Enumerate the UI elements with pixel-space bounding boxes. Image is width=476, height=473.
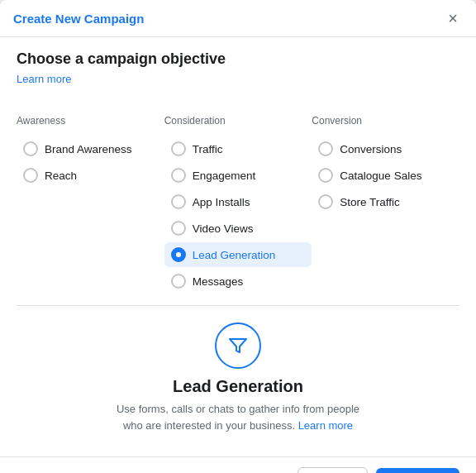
awareness-column: Awareness Brand Awareness Reach: [17, 115, 164, 295]
close-button[interactable]: ×: [443, 8, 463, 28]
label-catalogue-sales: Catalogue Sales: [340, 170, 421, 182]
radio-reach: [23, 168, 38, 183]
modal-footer: Cancel Continue: [0, 456, 476, 473]
awareness-header: Awareness: [17, 115, 164, 127]
learn-more-top-link[interactable]: Learn more: [17, 73, 71, 85]
radio-catalogue-sales: [318, 168, 333, 183]
consideration-column: Consideration Traffic Engagement App Ins…: [164, 115, 312, 295]
option-engagement[interactable]: Engagement: [164, 163, 312, 188]
learn-more-preview-link[interactable]: Learn more: [298, 419, 353, 432]
option-conversions[interactable]: Conversions: [312, 136, 459, 161]
label-reach: Reach: [45, 170, 77, 182]
modal-body: Choose a campaign objective Learn more A…: [0, 37, 476, 456]
funnel-icon: [226, 334, 250, 357]
label-video-views: Video Views: [193, 222, 254, 235]
preview-description: Use forms, calls or chats to gather info…: [106, 401, 370, 433]
radio-store-traffic: [318, 194, 333, 209]
option-app-installs[interactable]: App Installs: [164, 189, 312, 214]
radio-conversions: [318, 141, 333, 156]
modal-header: Create New Campaign ×: [0, 0, 476, 37]
radio-video-views: [171, 221, 186, 236]
label-lead-generation: Lead Generation: [193, 249, 276, 261]
option-lead-generation[interactable]: Lead Generation: [164, 242, 312, 267]
option-video-views[interactable]: Video Views: [164, 216, 312, 241]
cancel-button[interactable]: Cancel: [298, 467, 369, 473]
conversion-header: Conversion: [312, 115, 459, 127]
radio-app-installs: [171, 194, 186, 209]
radio-lead-generation: [171, 247, 186, 262]
radio-messages: [171, 274, 186, 289]
option-messages[interactable]: Messages: [164, 269, 312, 294]
radio-engagement: [171, 168, 186, 183]
option-brand-awareness[interactable]: Brand Awareness: [17, 136, 164, 161]
page-heading: Choose a campaign objective: [17, 50, 459, 68]
modal-title: Create New Campaign: [13, 12, 144, 26]
label-conversions: Conversions: [340, 143, 402, 155]
objectives-grid: Awareness Brand Awareness Reach Consider…: [17, 115, 459, 295]
option-reach[interactable]: Reach: [17, 163, 164, 188]
label-app-installs: App Installs: [193, 196, 250, 208]
radio-traffic: [171, 141, 186, 156]
label-messages: Messages: [193, 275, 244, 288]
continue-button[interactable]: Continue: [376, 468, 459, 473]
option-catalogue-sales[interactable]: Catalogue Sales: [312, 163, 459, 188]
radio-brand-awareness: [23, 141, 38, 156]
consideration-header: Consideration: [164, 115, 312, 127]
label-engagement: Engagement: [193, 170, 256, 182]
preview-title: Lead Generation: [173, 377, 303, 396]
option-store-traffic[interactable]: Store Traffic: [312, 189, 459, 214]
create-campaign-modal: Create New Campaign × Choose a campaign …: [0, 0, 476, 473]
label-store-traffic: Store Traffic: [340, 196, 400, 208]
option-traffic[interactable]: Traffic: [164, 136, 312, 161]
label-brand-awareness: Brand Awareness: [45, 143, 132, 155]
preview-section: Lead Generation Use forms, calls or chat…: [17, 306, 459, 443]
preview-icon-container: [215, 322, 261, 369]
label-traffic: Traffic: [193, 143, 223, 155]
conversion-column: Conversion Conversions Catalogue Sales S…: [312, 115, 459, 295]
